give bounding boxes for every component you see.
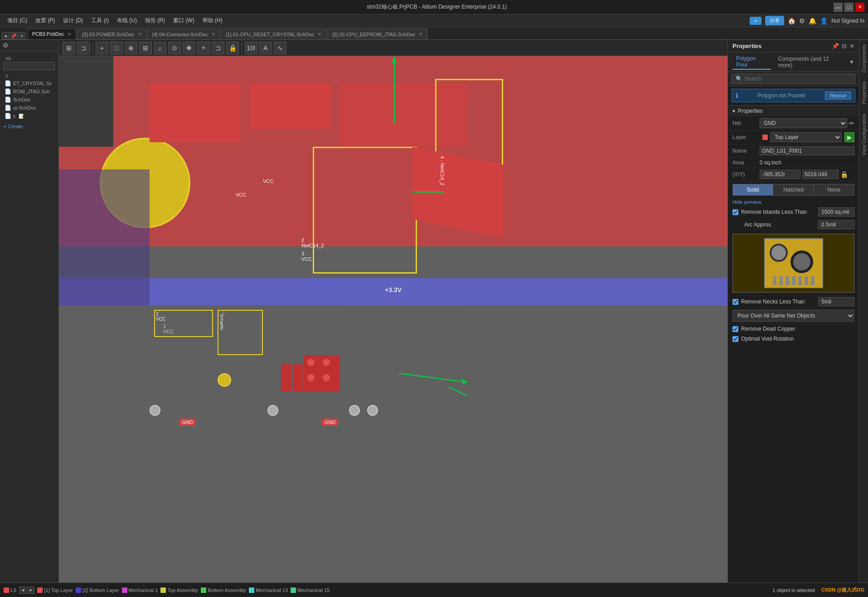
toolbar-route[interactable]: ⌕: [154, 42, 166, 54]
toolbar-add[interactable]: +: [96, 42, 108, 54]
menu-project[interactable]: 项目 (C): [4, 16, 31, 25]
remove-islands-checkbox[interactable]: [732, 209, 738, 215]
tab-nav-left[interactable]: ◄: [2, 32, 9, 39]
x-input[interactable]: [760, 170, 800, 179]
status-layer-ls[interactable]: LS: [4, 587, 16, 593]
status-layer-mech13[interactable]: Mechanical 13: [249, 587, 288, 593]
gear-icon[interactable]: ⚙: [3, 42, 9, 49]
layer-select[interactable]: Top Layer: [771, 132, 842, 142]
menu-design[interactable]: 设计 (D): [59, 16, 87, 25]
net-select[interactable]: GND: [760, 118, 847, 128]
user-icon[interactable]: 👤: [820, 17, 828, 24]
menu-window[interactable]: 窗口 (W): [170, 16, 198, 25]
y-input[interactable]: [802, 170, 839, 179]
hide-preview-link[interactable]: Hide preview: [728, 198, 859, 206]
toolbar-rect[interactable]: □: [110, 42, 123, 54]
not-signed-label[interactable]: Not Signed In: [831, 18, 864, 24]
notify-icon[interactable]: 🔔: [809, 17, 816, 24]
home-icon[interactable]: 🏠: [788, 17, 795, 24]
vert-label-components[interactable]: Components: [861, 44, 867, 72]
status-layer-top[interactable]: [1] Top Layer: [37, 587, 73, 593]
settings-icon[interactable]: ⚙: [799, 17, 805, 24]
tab-connector[interactable]: [4] 04-Connector.SchDoc ✕: [147, 29, 220, 39]
create-button[interactable]: + Create: [2, 122, 57, 131]
toolbar-text[interactable]: A: [259, 42, 272, 54]
layer-nav-right[interactable]: ►: [27, 587, 34, 594]
pour-over-select[interactable]: Pour Over All Same Net Objects: [732, 310, 854, 322]
status-layer-bottom[interactable]: [2] Bottom Layer: [76, 587, 119, 593]
fill-none-btn[interactable]: None: [814, 184, 854, 195]
status-layer-mech15[interactable]: Mechanical 15: [291, 587, 330, 593]
vert-label-view-config[interactable]: View Configuration: [861, 114, 867, 155]
toolbar-track[interactable]: ⊐: [212, 42, 224, 54]
pcb-canvas[interactable]: +3.3V VCC 2NetC14_2 3VCC VCC 4 - NetC14_…: [59, 56, 727, 583]
filter-icon[interactable]: ▼: [849, 59, 854, 65]
panel-pin-icon[interactable]: 📌: [832, 43, 839, 49]
canvas-area[interactable]: ⊞ ⊐ + □ ⊕ ⊞ ⌕ ⊙ ✤ ⌖ ⊐ 🔒 10! A ∿: [59, 40, 727, 583]
toolbar-grid[interactable]: ⊞: [139, 42, 152, 54]
tab-polygon-pour[interactable]: Polygon Pour: [732, 54, 771, 70]
toolbar-chart[interactable]: ⊕: [125, 42, 137, 54]
toolbar-lock[interactable]: 🔒: [226, 42, 239, 54]
maximize-button[interactable]: □: [844, 3, 853, 12]
fill-solid-btn[interactable]: Solid: [733, 184, 773, 195]
tab-components[interactable]: Components (and 12 more): [775, 55, 845, 69]
optimal-void-checkbox[interactable]: [732, 336, 738, 342]
menu-tools[interactable]: 工具 (I): [87, 16, 112, 25]
layer-dot-mech1: [122, 587, 127, 593]
sidebar-file-1[interactable]: 📄 ET_CRYSTAL.Sc: [4, 79, 55, 87]
sidebar-file-4[interactable]: 📄 or.SchDoc: [4, 104, 55, 112]
repour-button[interactable]: Repour: [825, 91, 851, 100]
add-button[interactable]: +: [750, 17, 761, 25]
layer-nav-left[interactable]: ◄: [19, 587, 26, 594]
menu-place[interactable]: 放置 (P): [32, 16, 58, 25]
menu-route[interactable]: 布线 (U): [113, 16, 141, 25]
tab-pcb3[interactable]: PCB3.PcbDoc ✕: [27, 29, 76, 39]
status-layer-bottom-assembly[interactable]: Bottom Assembly: [201, 587, 246, 593]
toolbar-via[interactable]: ⊙: [168, 42, 181, 54]
menu-help[interactable]: 帮助 (H): [199, 16, 226, 25]
fill-hatched-btn[interactable]: Hatched: [773, 184, 814, 195]
sidebar-search-input[interactable]: [4, 62, 55, 70]
tab-pcb3-close[interactable]: ✕: [68, 32, 71, 37]
toolbar-10[interactable]: 10!: [245, 42, 257, 54]
toolbar-arc[interactable]: ∿: [274, 42, 286, 54]
remove-necks-checkbox[interactable]: [732, 299, 738, 305]
status-layer-top-assembly[interactable]: Top Assembly: [160, 587, 198, 593]
tab-power[interactable]: [3] 03-POWER.SchDoc ✕: [77, 29, 146, 39]
remove-dead-checkbox[interactable]: [732, 326, 738, 332]
tab-cpu-eeprom[interactable]: [2] 02-CPU_EEPROM_JTAG.SchDoc ✕: [327, 29, 427, 39]
tab-cpu-eeprom-close[interactable]: ✕: [419, 32, 422, 37]
vert-label-properties[interactable]: Properties: [861, 82, 867, 104]
name-input[interactable]: [760, 146, 854, 155]
sidebar-section-wrk: /rk s 📄 ET_CRYSTAL.Sc 📄 ROM_JTAG.Sch 📄 S…: [2, 53, 57, 122]
comp-rect-1: 2VCC: [154, 310, 213, 337]
layer-green-btn[interactable]: ▶: [844, 132, 854, 142]
tab-connector-close[interactable]: ✕: [212, 32, 215, 37]
sidebar-file-3[interactable]: 📄 SchDoc: [4, 96, 55, 104]
section-header-properties[interactable]: ▼ Properties: [728, 106, 859, 116]
right-panel: Properties 📌 ⊟ ✕ Polygon Pour Components…: [727, 40, 859, 583]
share-button[interactable]: 分享: [765, 16, 784, 25]
net-edit-icon[interactable]: ✏: [849, 120, 854, 127]
search-input[interactable]: [744, 76, 851, 82]
sidebar-file-5[interactable]: 📄 c 📝: [4, 112, 55, 120]
sidebar-file-2[interactable]: 📄 ROM_JTAG.Sch: [4, 87, 55, 96]
tab-cpu-reset-close[interactable]: ✕: [318, 32, 321, 37]
minimize-button[interactable]: —: [834, 3, 843, 12]
lock-icon[interactable]: 🔒: [840, 171, 848, 178]
panel-unpin-icon[interactable]: ⊟: [842, 43, 847, 49]
tab-power-close[interactable]: ✕: [138, 32, 141, 37]
toolbar-interactive[interactable]: ⊐: [77, 42, 90, 54]
comp-label-vcc: 2VCC: [156, 312, 165, 322]
toolbar-pad[interactable]: ⌖: [197, 42, 210, 54]
tab-nav-pin[interactable]: 📌: [10, 32, 17, 39]
menu-report[interactable]: 报告 (R): [141, 16, 169, 25]
toolbar-component[interactable]: ✤: [183, 42, 195, 54]
status-layer-mech1[interactable]: Mechanical 1: [122, 587, 158, 593]
tab-cpu-reset[interactable]: [1] 01-CPU_RESET_CRYSTAL.SchDoc ✕: [221, 29, 327, 39]
toolbar-filter[interactable]: ⊞: [63, 42, 75, 54]
close-button[interactable]: ✕: [855, 3, 864, 12]
tab-nav-close[interactable]: ✕: [18, 32, 25, 39]
panel-close-icon[interactable]: ✕: [849, 43, 854, 49]
